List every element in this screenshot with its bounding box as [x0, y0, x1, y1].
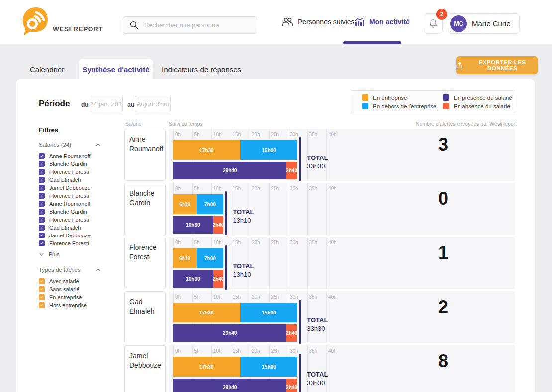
checkbox-checked-icon[interactable]: ✓: [39, 153, 45, 159]
employee-name-card[interactable]: Gad Elmaleh: [124, 291, 166, 343]
presence-bar: 10h302h40: [173, 216, 223, 234]
filter-checkbox-item[interactable]: ✓Anne Roumanoff: [39, 200, 121, 208]
total-label: TOTAL13h10: [233, 208, 254, 225]
bar-segment: 17h30: [173, 303, 240, 322]
axis-tick-label: 40h: [328, 294, 337, 300]
filter-checkbox-item[interactable]: ✓Gad Elmaleh: [39, 224, 121, 232]
axis-tick-label: 35h: [309, 132, 318, 137]
checkbox-checked-icon[interactable]: ✓: [39, 217, 45, 223]
axis-tick-label: 30h: [290, 240, 298, 245]
filter-checkbox-item[interactable]: ✓Florence Foresti: [39, 168, 121, 176]
filter-checkbox-item[interactable]: ✓En entreprise: [39, 293, 121, 301]
employee-name: Jamel Debbouze: [129, 351, 161, 370]
filters-sidebar: Filtres Salariés (24) ✓Anne Roumanoff✓Bl…: [39, 126, 121, 309]
employee-name-card[interactable]: Anne Roumanoff: [124, 129, 166, 181]
total-value: 33h30: [307, 379, 328, 387]
export-button[interactable]: EXPORTER LES DONNÉES: [456, 56, 538, 74]
checkbox-checked-icon[interactable]: ✓: [39, 286, 45, 292]
axis-tick-label: 5h: [194, 294, 200, 300]
date-from-label: du: [81, 101, 89, 108]
gridline: [231, 183, 231, 235]
checkbox-checked-icon[interactable]: ✓: [39, 177, 45, 183]
checkbox-checked-icon[interactable]: ✓: [39, 278, 45, 284]
location-bar: 17h3015h00: [173, 140, 297, 160]
employee-name-card[interactable]: Blanche Gardin: [124, 183, 166, 235]
legend-label: En dehors de l'entreprise: [373, 103, 437, 109]
checkbox-checked-icon[interactable]: ✓: [39, 233, 45, 238]
employee-name-card[interactable]: Florence Foresti: [124, 237, 166, 289]
filter-checkbox-item[interactable]: ✓Jamel Debbouze: [39, 184, 121, 192]
bar-segment: 6h10: [173, 194, 197, 214]
total-marker: [299, 354, 301, 392]
bar-segment: 10h30: [173, 216, 213, 234]
location-bar: 17h3015h00: [173, 303, 297, 322]
checkbox-checked-icon[interactable]: ✓: [39, 209, 45, 215]
search-box[interactable]: [123, 16, 257, 34]
user-menu[interactable]: MC Marie Curie: [448, 13, 520, 34]
filter-checkbox-item[interactable]: ✓Florence Foresti: [39, 192, 121, 200]
gridline: [307, 183, 308, 235]
nav-item-mon-activite[interactable]: Mon activité: [355, 15, 410, 29]
axis-tick-label: 20h: [252, 294, 260, 300]
bar-segment: 7h00: [197, 194, 224, 214]
date-to-input[interactable]: [135, 96, 171, 112]
total-value: 13h10: [233, 270, 254, 279]
search-icon: [130, 21, 138, 29]
search-input[interactable]: [144, 21, 249, 29]
filter-checkbox-item[interactable]: ✓Gad Elmaleh: [39, 176, 121, 184]
column-header-suivi: Suivi du temps: [169, 121, 203, 127]
wesi-logo-icon: [21, 6, 49, 39]
brand-name: WESI REPORT: [53, 25, 103, 33]
filter-group-salaries-header[interactable]: Salariés (24): [39, 142, 100, 148]
checkbox-checked-icon[interactable]: ✓: [39, 225, 45, 231]
total-caption: TOTAL: [233, 208, 254, 216]
employee-name: Gad Elmaleh: [129, 297, 161, 316]
filter-checkbox-item[interactable]: ✓Avec salarié: [39, 277, 121, 285]
checkbox-checked-icon[interactable]: ✓: [39, 169, 45, 175]
legend-item: En dehors de l'entreprise: [362, 103, 443, 109]
filter-item-label: Blanche Gardin: [49, 161, 87, 167]
checkbox-checked-icon[interactable]: ✓: [39, 161, 45, 167]
tab-calendrier[interactable]: Calendrier: [30, 65, 64, 74]
checkbox-checked-icon[interactable]: ✓: [39, 240, 45, 246]
checkbox-checked-icon[interactable]: ✓: [39, 294, 45, 300]
filter-checkbox-item[interactable]: ✓Florence Foresti: [39, 239, 121, 247]
filter-item-label: Sans salarié: [49, 286, 80, 292]
filter-checkbox-item[interactable]: ✓Blanche Gardin: [39, 160, 121, 168]
filter-more-label: Plus: [49, 251, 59, 257]
date-from-input[interactable]: [90, 96, 123, 112]
axis-tick-label: 20h: [252, 348, 260, 354]
filter-checkbox-item[interactable]: ✓Florence Foresti: [39, 216, 121, 224]
filter-checkbox-item[interactable]: ✓Blanche Gardin: [39, 208, 121, 216]
filter-item-label: En entreprise: [49, 294, 82, 300]
tab-indicateurs[interactable]: Indicateurs de réponses: [162, 65, 241, 74]
checkbox-checked-icon[interactable]: ✓: [39, 302, 45, 308]
filter-group-types-header[interactable]: Types de tâches: [39, 267, 100, 273]
filter-more-button[interactable]: Plus: [39, 250, 121, 258]
checkbox-checked-icon[interactable]: ✓: [39, 201, 45, 207]
filter-item-label: Blanche Gardin: [49, 209, 87, 215]
axis-tick-label: 35h: [309, 348, 318, 354]
axis-tick-label: 30h: [290, 132, 298, 137]
nav-item-personnes-suivies[interactable]: Personnes suivies: [282, 15, 355, 29]
employee-name-card[interactable]: Jamel Debbouze: [124, 345, 166, 392]
axis-tick-label: 5h: [194, 186, 200, 191]
activity-chart-icon: [355, 17, 365, 26]
axis-tick-label: 10h: [213, 186, 222, 191]
axis-tick-label: 20h: [252, 186, 260, 191]
bar-segment: 17h30: [173, 357, 240, 377]
checkbox-checked-icon[interactable]: ✓: [39, 193, 45, 199]
checkbox-checked-icon[interactable]: ✓: [39, 185, 45, 191]
filter-checkbox-item[interactable]: ✓Jamel Debbouze: [39, 232, 121, 239]
filter-checkbox-item[interactable]: ✓Sans salarié: [39, 285, 121, 293]
axis-tick-label: 10h: [213, 348, 222, 354]
filter-item-label: Jamel Debbouze: [49, 233, 91, 238]
axis-tick-label: 20h: [252, 240, 260, 245]
tab-synthese[interactable]: Synthèse d'activité: [79, 59, 153, 79]
filter-checkbox-item[interactable]: ✓Anne Roumanoff: [39, 152, 121, 160]
filter-checkbox-item[interactable]: ✓Hors entreprise: [39, 301, 121, 309]
gridline: [326, 237, 327, 289]
employee-row: Florence Foresti0h5h10h15h20h25h30h35h40…: [124, 237, 515, 289]
total-value: 13h10: [233, 216, 254, 225]
chart-rows: Anne Roumanoff0h5h10h15h20h25h30h35h40h1…: [124, 129, 515, 392]
